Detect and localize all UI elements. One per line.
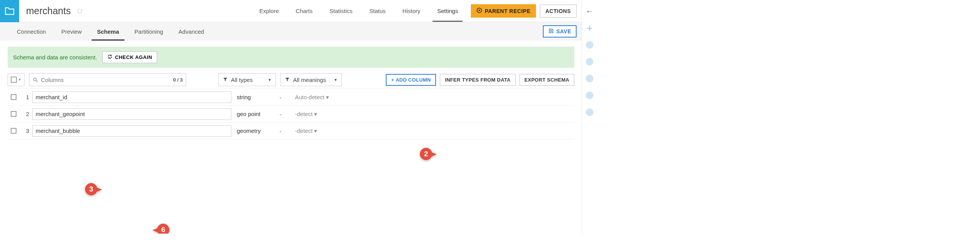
save-button[interactable]: SAVE <box>543 25 577 38</box>
dataset-folder-icon <box>0 0 19 22</box>
nav-history[interactable]: History <box>394 0 429 22</box>
nav-charts[interactable]: Charts <box>287 0 321 22</box>
parent-recipe-label: PARENT RECIPE <box>485 8 530 14</box>
column-type-label: string <box>237 94 251 100</box>
nav-statistics[interactable]: Statistics <box>321 0 361 22</box>
row-index: 2 <box>19 111 29 117</box>
callout-2: 2 <box>418 146 437 162</box>
column-meaning-label: -detect <box>295 111 313 117</box>
column-type-select[interactable]: geo point ⌄ <box>237 111 282 117</box>
nav-explore[interactable]: Explore <box>251 0 287 22</box>
meanings-filter[interactable]: All meanings ▼ <box>280 73 342 86</box>
save-icon <box>548 28 554 35</box>
callout-3: 3 <box>84 182 102 197</box>
info-icon[interactable] <box>585 41 594 49</box>
chevron-down-icon: ⌄ <box>279 95 282 99</box>
refresh-icon[interactable] <box>75 7 84 15</box>
column-type-select[interactable]: string ⌄ <box>237 94 282 100</box>
types-filter-label: All types <box>231 77 253 83</box>
top-nav: Explore Charts Statistics Status History… <box>251 0 577 22</box>
column-counter: 0 / 3 <box>173 77 186 83</box>
row-index: 1 <box>19 94 29 100</box>
banner-text: Schema and data are consistent. <box>13 54 97 61</box>
schema-toolbar: ▼ 0 / 3 All types ▼ All meanings ▼ + ADD… <box>8 73 574 86</box>
consistency-banner: Schema and data are consistent. CHECK AG… <box>8 47 574 68</box>
column-meaning-select[interactable]: -detect ▾ <box>295 128 317 134</box>
subtab-schema[interactable]: Schema <box>89 22 127 41</box>
filter-icon <box>285 77 290 83</box>
subtab-partitioning[interactable]: Partitioning <box>127 22 171 41</box>
chevron-down-icon: ▾ <box>326 94 329 101</box>
checkbox-icon <box>11 77 17 83</box>
subtab-connection[interactable]: Connection <box>9 22 54 41</box>
parent-recipe-button[interactable]: PARENT RECIPE <box>471 4 536 18</box>
nav-settings[interactable]: Settings <box>429 0 466 22</box>
chevron-down-icon: ⌄ <box>279 129 282 133</box>
nav-status[interactable]: Status <box>361 0 394 22</box>
plus-icon[interactable]: + <box>585 24 594 32</box>
row-checkbox[interactable] <box>8 128 19 134</box>
export-schema-button[interactable]: EXPORT SCHEMA <box>519 74 574 86</box>
header-bar: merchants Explore Charts Statistics Stat… <box>0 0 582 22</box>
column-meaning-label: -detect <box>295 128 313 134</box>
column-meaning-select[interactable]: Auto-detect ▾ <box>295 94 329 101</box>
meanings-filter-label: All meanings <box>293 77 326 83</box>
back-arrow-icon[interactable]: ← <box>585 7 594 15</box>
column-type-label: geometry <box>237 128 261 134</box>
subtab-bar: Connection Preview Schema Partitioning A… <box>0 22 582 41</box>
add-column-button[interactable]: + ADD COLUMN <box>386 74 436 86</box>
history-icon[interactable] <box>585 91 594 100</box>
checkbox-icon <box>11 94 16 100</box>
chevron-down-icon: ▼ <box>268 78 272 82</box>
select-all-checkbox[interactable]: ▼ <box>8 73 25 86</box>
chevron-down-icon: ▾ <box>314 111 317 118</box>
chat-icon[interactable] <box>585 74 594 83</box>
chevron-down-icon: ▾ <box>314 128 317 134</box>
schema-row: 2 geo point ⌄ -detect ▾ <box>8 106 574 123</box>
filter-icon <box>223 77 228 83</box>
schema-row: 3 geometry ⌄ -detect ▾ <box>8 123 574 139</box>
column-name-input[interactable] <box>32 125 231 137</box>
chevron-down-icon: ▼ <box>334 78 338 82</box>
check-again-label: CHECK AGAIN <box>115 54 152 60</box>
refresh-icon <box>107 54 113 61</box>
clock-icon[interactable] <box>585 108 594 116</box>
column-type-label: geo point <box>237 111 261 117</box>
column-meaning-label: Auto-detect <box>295 94 324 100</box>
svg-point-1 <box>479 10 480 11</box>
search-input[interactable] <box>41 77 171 83</box>
chevron-down-icon: ▼ <box>18 78 21 82</box>
right-rail: ← + <box>582 0 597 234</box>
checkbox-icon <box>11 128 16 134</box>
checkbox-icon <box>11 111 16 117</box>
row-checkbox[interactable] <box>8 111 19 117</box>
schema-table: 1 string ⌄ Auto-detect ▾ 2 geo point ⌄ -… <box>8 88 574 139</box>
column-meaning-select[interactable]: -detect ▾ <box>295 111 317 118</box>
dataset-title: merchants <box>26 5 71 16</box>
column-name-input[interactable] <box>32 92 231 103</box>
recipe-icon <box>476 7 482 15</box>
types-filter[interactable]: All types ▼ <box>218 73 276 86</box>
callout-6: 6 <box>152 222 171 234</box>
schema-row: 1 string ⌄ Auto-detect ▾ <box>8 89 574 106</box>
search-icon <box>29 77 41 83</box>
column-name-input[interactable] <box>32 108 231 120</box>
row-checkbox[interactable] <box>8 94 19 100</box>
subtab-preview[interactable]: Preview <box>54 22 89 41</box>
svg-line-3 <box>36 80 38 82</box>
check-again-button[interactable]: CHECK AGAIN <box>102 51 157 63</box>
infer-types-button[interactable]: INFER TYPES FROM DATA <box>440 74 515 86</box>
save-label: SAVE <box>556 28 571 34</box>
column-search[interactable]: 0 / 3 <box>29 73 186 86</box>
chevron-down-icon: ⌄ <box>279 112 282 116</box>
actions-button[interactable]: ACTIONS <box>540 5 577 18</box>
row-index: 3 <box>19 128 29 134</box>
subtab-advanced[interactable]: Advanced <box>171 22 212 41</box>
list-icon[interactable] <box>585 57 594 66</box>
svg-point-2 <box>33 78 36 81</box>
column-type-select[interactable]: geometry ⌄ <box>237 128 282 134</box>
